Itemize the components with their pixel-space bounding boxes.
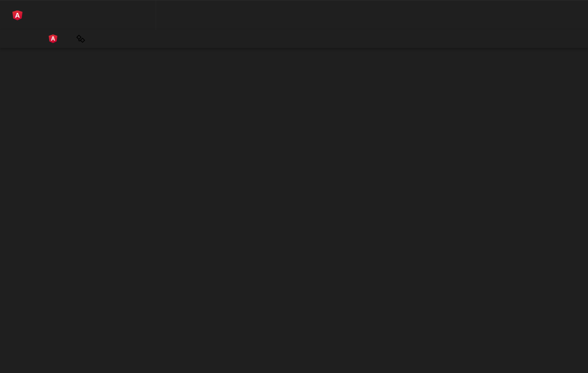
- breadcrumb: A: [0, 30, 588, 48]
- angular-icon: A: [12, 11, 22, 21]
- tab-bar: A: [0, 0, 588, 30]
- code-editor[interactable]: [0, 48, 588, 373]
- symbol-class-icon: [76, 34, 86, 44]
- angular-icon: A: [49, 34, 57, 43]
- tab-products-module[interactable]: A: [0, 0, 156, 30]
